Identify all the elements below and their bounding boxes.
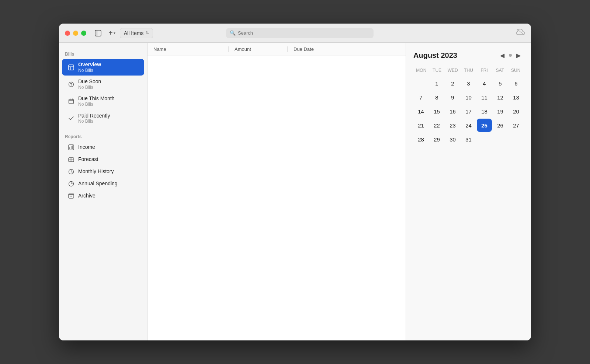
all-items-label: All Items (124, 30, 144, 36)
calendar-day[interactable]: 3 (461, 77, 476, 90)
sidebar-toggle-icon (95, 30, 101, 36)
calendar-day[interactable]: 11 (477, 91, 492, 104)
calendar-day[interactable]: 1 (429, 77, 444, 90)
cloud-sync-button[interactable] (516, 28, 525, 38)
calendar-day[interactable]: 30 (445, 133, 460, 146)
annual-spending-title: Annual Spending (78, 181, 118, 187)
toolbar: + ▾ All Items ⇅ 🔍 (92, 27, 525, 39)
monthly-history-text: Monthly History (78, 168, 114, 175)
calendar-days: 1234567891011121314151617181920212223242… (413, 77, 524, 146)
sidebar-item-monthly-history[interactable]: Monthly History (62, 166, 144, 178)
calendar-today-dot[interactable] (509, 54, 512, 57)
calendar-day[interactable]: 14 (413, 105, 428, 118)
search-input[interactable] (238, 30, 370, 36)
income-icon (68, 144, 74, 151)
overview-title: Overview (78, 62, 101, 68)
calendar-day[interactable]: 26 (493, 119, 508, 132)
monthly-history-title: Monthly History (78, 168, 114, 175)
svg-rect-8 (69, 99, 74, 104)
overview-text: Overview No Bills (78, 62, 101, 73)
all-items-dropdown[interactable]: All Items ⇅ (120, 28, 153, 38)
calendar-day[interactable]: 8 (429, 91, 444, 104)
minimize-button[interactable] (73, 31, 78, 36)
calendar-day[interactable]: 23 (445, 119, 460, 132)
calendar-day[interactable]: 29 (429, 133, 444, 146)
calendar-day[interactable]: 31 (461, 133, 476, 146)
main-content: Bills Overview No Bills (59, 43, 531, 340)
sidebar-toggle-button[interactable] (92, 27, 104, 39)
calendar-day[interactable]: 18 (477, 105, 492, 118)
calendar-day[interactable]: 4 (477, 77, 492, 90)
calendar-day[interactable]: 2 (445, 77, 460, 90)
paid-recently-subtitle: No Bills (78, 119, 110, 124)
calendar-day (413, 77, 428, 90)
sidebar-item-archive[interactable]: Archive (62, 190, 144, 202)
calendar-day[interactable]: 10 (461, 91, 476, 104)
cloud-off-icon (516, 28, 525, 36)
sidebar-item-paid-recently[interactable]: Paid Recently No Bills (62, 110, 144, 127)
calendar-day[interactable]: 13 (509, 91, 524, 104)
calendar-month-year: August 2023 (413, 51, 457, 60)
paid-recently-icon (68, 115, 74, 122)
calendar-day[interactable]: 15 (429, 105, 444, 118)
sidebar-item-due-soon[interactable]: Due Soon No Bills (62, 76, 144, 92)
weekday-sun: SUN (508, 66, 524, 74)
maximize-button[interactable] (81, 31, 86, 36)
overview-subtitle: No Bills (78, 68, 101, 73)
calendar-day[interactable]: 6 (509, 77, 524, 90)
calendar-day[interactable]: 19 (493, 105, 508, 118)
svg-point-7 (71, 85, 71, 86)
calendar-day[interactable]: 12 (493, 91, 508, 104)
calendar-day[interactable]: 21 (413, 119, 428, 132)
svg-rect-16 (69, 158, 74, 162)
annual-spending-icon (68, 181, 74, 187)
sidebar-item-forecast[interactable]: Forecast (62, 154, 144, 165)
sidebar-item-income[interactable]: Income (62, 141, 144, 153)
due-soon-icon (68, 81, 74, 88)
forecast-title: Forecast (78, 156, 98, 162)
calendar-day[interactable]: 9 (445, 91, 460, 104)
calendar-next-button[interactable]: ▶ (513, 50, 524, 60)
add-button[interactable]: + ▾ (107, 27, 117, 39)
calendar-day[interactable]: 25 (477, 119, 492, 132)
calendar-day[interactable]: 20 (509, 105, 524, 118)
calendar-day[interactable]: 24 (461, 119, 476, 132)
weekday-wed: WED (445, 66, 461, 74)
col-name-header: Name (148, 46, 229, 52)
sidebar-item-due-this-month[interactable]: Due This Month No Bills (62, 93, 144, 109)
table-body (148, 56, 406, 340)
calendar-header: August 2023 ◀ ▶ (413, 50, 524, 60)
calendar-day[interactable]: 22 (429, 119, 444, 132)
add-chevron-icon: ▾ (114, 31, 115, 35)
titlebar: + ▾ All Items ⇅ 🔍 (59, 24, 531, 43)
calendar-panel: August 2023 ◀ ▶ MON TUE WED THU FRI SAT … (406, 43, 531, 340)
table-header: Name Amount Due Date (148, 43, 406, 56)
svg-line-2 (517, 29, 524, 35)
sidebar-item-overview[interactable]: Overview No Bills (62, 59, 144, 76)
annual-spending-text: Annual Spending (78, 181, 118, 187)
calendar-day[interactable]: 28 (413, 133, 428, 146)
income-text: Income (78, 144, 95, 150)
calendar-day[interactable]: 5 (493, 77, 508, 90)
archive-text: Archive (78, 193, 96, 199)
overview-icon (68, 64, 74, 71)
app-window: + ▾ All Items ⇅ 🔍 (59, 24, 531, 340)
calendar-weekdays: MON TUE WED THU FRI SAT SUN (413, 66, 524, 74)
sidebar-item-annual-spending[interactable]: Annual Spending (62, 178, 144, 190)
calendar-day[interactable]: 16 (445, 105, 460, 118)
income-title: Income (78, 144, 95, 150)
calendar-prev-button[interactable]: ◀ (497, 50, 507, 60)
paid-recently-text: Paid Recently No Bills (78, 113, 110, 124)
sidebar: Bills Overview No Bills (59, 43, 148, 340)
weekday-sat: SAT (492, 66, 508, 74)
calendar-day[interactable]: 17 (461, 105, 476, 118)
col-amount-header: Amount (229, 46, 288, 52)
calendar-day[interactable]: 7 (413, 91, 428, 104)
calendar-day[interactable]: 27 (509, 119, 524, 132)
weekday-fri: FRI (476, 66, 492, 74)
due-soon-text: Due Soon No Bills (78, 78, 101, 90)
calendar-day (509, 133, 524, 146)
calendar-divider (413, 152, 524, 152)
close-button[interactable] (65, 31, 70, 36)
calendar-nav: ◀ ▶ (497, 50, 524, 60)
